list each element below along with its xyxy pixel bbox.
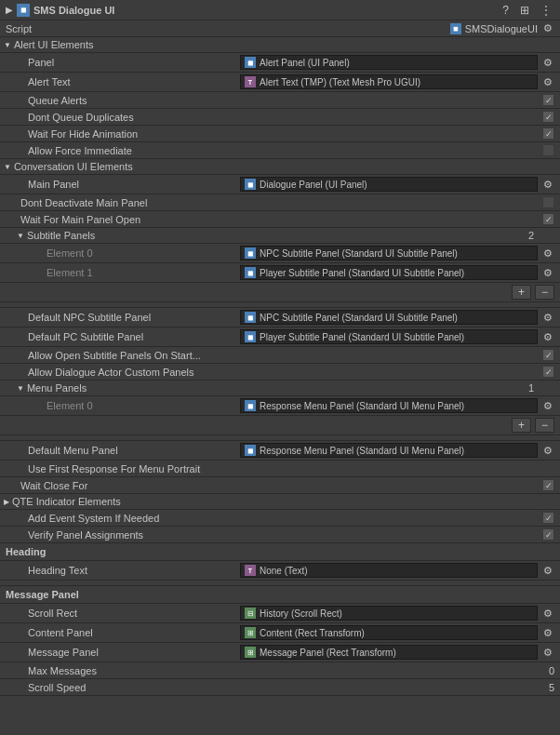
menu-element-0-gear[interactable]: ⚙ — [541, 400, 554, 412]
content-panel-value: ⊞ Content (Rect Transform) ⚙ — [140, 625, 554, 640]
default-menu-label: Default Menu Panel — [28, 445, 140, 456]
content-panel-gear[interactable]: ⚙ — [541, 627, 554, 639]
overflow-icon[interactable]: ⋮ — [538, 3, 554, 18]
menu-element-0-field[interactable]: ◼ Response Menu Panel (Standard UI Menu … — [240, 398, 538, 413]
subtitle-element-1-label: Element 1 — [47, 267, 158, 278]
heading-text-icon: T — [245, 565, 256, 576]
use-first-response-row: Use First Response For Menu Portrait — [0, 461, 560, 477]
allow-force-checkbox[interactable] — [542, 144, 554, 156]
scroll-rect-row: Scroll Rect ⊟ History (Scroll Rect) ⚙ — [0, 604, 560, 623]
allow-open-subtitle-label: Allow Open Subtitle Panels On Start... — [28, 350, 201, 361]
dont-queue-value — [140, 111, 554, 123]
alert-ui-label: Alert UI Elements — [14, 39, 94, 50]
max-messages-text: 0 — [549, 665, 554, 676]
wait-main-checkbox[interactable] — [542, 213, 554, 225]
scroll-speed-value: 5 — [140, 682, 554, 693]
script-gear[interactable]: ⚙ — [541, 22, 554, 34]
max-messages-row: Max Messages 0 — [0, 662, 560, 679]
alert-panel-label: Panel — [28, 57, 140, 68]
heading-text-field[interactable]: T None (Text) — [240, 563, 538, 578]
alert-panel-gear[interactable]: ⚙ — [541, 57, 554, 69]
verify-panel-checkbox[interactable] — [542, 528, 554, 541]
verify-panel-row: Verify Panel Assignments — [0, 527, 560, 543]
menu-element-0-label: Element 0 — [47, 400, 158, 411]
default-menu-text: Response Menu Panel (Standard UI Menu Pa… — [260, 446, 464, 456]
subtitle-element-1-field[interactable]: ◼ Player Subtitle Panel (Standard UI Sub… — [240, 265, 538, 280]
heading-text-gear[interactable]: ⚙ — [541, 565, 554, 577]
menu-add-btn[interactable]: + — [512, 418, 531, 433]
heading-label: Heading — [6, 546, 46, 557]
allow-open-subtitle-value — [201, 349, 554, 361]
allow-force-row: Allow Force Immediate — [0, 142, 560, 159]
allow-dialogue-actor-checkbox[interactable] — [542, 366, 554, 378]
menu-count: 1 — [528, 382, 534, 394]
header-left: ▶ ◼ SMS Dialogue UI — [6, 4, 114, 17]
alert-text-field[interactable]: T Alert Text (TMP) (Text Mesh Pro UGUI) — [240, 74, 538, 89]
default-menu-gear[interactable]: ⚙ — [541, 445, 554, 457]
default-npc-value: ◼ NPC Subtitle Panel (Standard UI Subtit… — [151, 310, 554, 325]
menu-element-0-row: Element 0 ◼ Response Menu Panel (Standar… — [0, 396, 560, 416]
main-panel-field[interactable]: ◼ Dialogue Panel (UI Panel) — [240, 177, 538, 192]
dont-queue-label: Dont Queue Duplicates — [28, 112, 140, 123]
scroll-rect-gear[interactable]: ⚙ — [541, 608, 554, 620]
dont-deactivate-checkbox[interactable] — [542, 196, 554, 208]
alert-panel-value: ◼ Alert Panel (UI Panel) ⚙ — [140, 55, 554, 70]
heading-text-text: None (Text) — [260, 566, 308, 576]
qte-section-header[interactable]: ▶ QTE Indicator Elements — [0, 494, 560, 510]
message-panel-field-field[interactable]: ⊞ Message Panel (Rect Transform) — [240, 645, 538, 660]
menu-element-0-value: ◼ Response Menu Panel (Standard UI Menu … — [158, 398, 554, 413]
content-panel-row: Content Panel ⊞ Content (Rect Transform)… — [0, 623, 560, 643]
dont-queue-row: Dont Queue Duplicates — [0, 109, 560, 126]
main-panel-gear[interactable]: ⚙ — [541, 179, 554, 191]
allow-force-label: Allow Force Immediate — [28, 145, 140, 156]
dont-queue-checkbox[interactable] — [542, 111, 554, 123]
default-npc-field[interactable]: ◼ NPC Subtitle Panel (Standard UI Subtit… — [240, 310, 538, 325]
subtitle-add-btn[interactable]: + — [512, 285, 531, 300]
subtitle-count: 2 — [528, 230, 534, 241]
default-pc-text: Player Subtitle Panel (Standard UI Subti… — [260, 332, 464, 342]
verify-panel-value — [143, 528, 554, 541]
allow-open-subtitle-checkbox[interactable] — [542, 349, 554, 361]
default-npc-gear[interactable]: ⚙ — [541, 312, 554, 324]
conversation-ui-section-header[interactable]: ▼ Conversation UI Elements — [0, 159, 560, 175]
default-npc-label: Default NPC Subtitle Panel — [28, 312, 151, 323]
allow-open-subtitle-row: Allow Open Subtitle Panels On Start... — [0, 347, 560, 364]
default-menu-field[interactable]: ◼ Response Menu Panel (Standard UI Menu … — [240, 443, 538, 458]
queue-alerts-value — [140, 94, 554, 106]
menu-remove-btn[interactable]: − — [535, 418, 554, 433]
wait-hide-checkbox[interactable] — [542, 127, 554, 140]
message-panel-field-gear[interactable]: ⚙ — [541, 647, 554, 659]
help-icon[interactable]: ? — [500, 3, 512, 18]
wait-close-row: Wait Close For — [0, 477, 560, 494]
alert-panel-row: Panel ◼ Alert Panel (UI Panel) ⚙ — [0, 53, 560, 73]
heading-section-label: Heading — [0, 543, 560, 561]
subtitle-element-1-gear[interactable]: ⚙ — [541, 267, 554, 279]
menu-panels-header[interactable]: ▼ Menu Panels 1 — [0, 381, 560, 396]
wait-hide-label: Wait For Hide Animation — [28, 128, 140, 140]
alert-panel-field[interactable]: ◼ Alert Panel (UI Panel) — [240, 55, 538, 70]
subtitle-remove-btn[interactable]: − — [535, 285, 554, 300]
conversation-ui-label: Conversation UI Elements — [14, 161, 133, 172]
default-pc-value: ◼ Player Subtitle Panel (Standard UI Sub… — [143, 329, 554, 344]
main-panel-row: Main Panel ◼ Dialogue Panel (UI Panel) ⚙ — [0, 175, 560, 194]
alert-text-label: Alert Text — [28, 76, 140, 87]
queue-alerts-checkbox[interactable] — [542, 94, 554, 106]
alert-text-gear[interactable]: ⚙ — [541, 76, 554, 88]
menu-element-0-text: Response Menu Panel (Standard UI Menu Pa… — [260, 401, 464, 411]
alert-ui-section-header[interactable]: ▼ Alert UI Elements — [0, 37, 560, 53]
add-event-checkbox[interactable] — [542, 512, 554, 524]
content-panel-field[interactable]: ⊞ Content (Rect Transform) — [240, 625, 538, 640]
main-panel-value: ◼ Dialogue Panel (UI Panel) ⚙ — [140, 177, 554, 192]
settings-icon[interactable]: ⊞ — [517, 3, 532, 18]
message-panel-field-value: ⊞ Message Panel (Rect Transform) ⚙ — [140, 645, 554, 660]
menu-triangle: ▼ — [17, 384, 24, 393]
default-pc-gear[interactable]: ⚙ — [541, 331, 554, 343]
content-panel-icon: ⊞ — [245, 627, 256, 638]
subtitle-element-0-gear[interactable]: ⚙ — [541, 247, 554, 260]
wait-close-checkbox[interactable] — [542, 479, 554, 491]
subtitle-panels-header[interactable]: ▼ Subtitle Panels 2 — [0, 228, 560, 244]
default-pc-field[interactable]: ◼ Player Subtitle Panel (Standard UI Sub… — [240, 329, 538, 344]
script-label: Script — [6, 23, 32, 34]
scroll-rect-field[interactable]: ⊟ History (Scroll Rect) — [240, 606, 538, 621]
subtitle-element-0-field[interactable]: ◼ NPC Subtitle Panel (Standard UI Subtit… — [240, 246, 538, 261]
